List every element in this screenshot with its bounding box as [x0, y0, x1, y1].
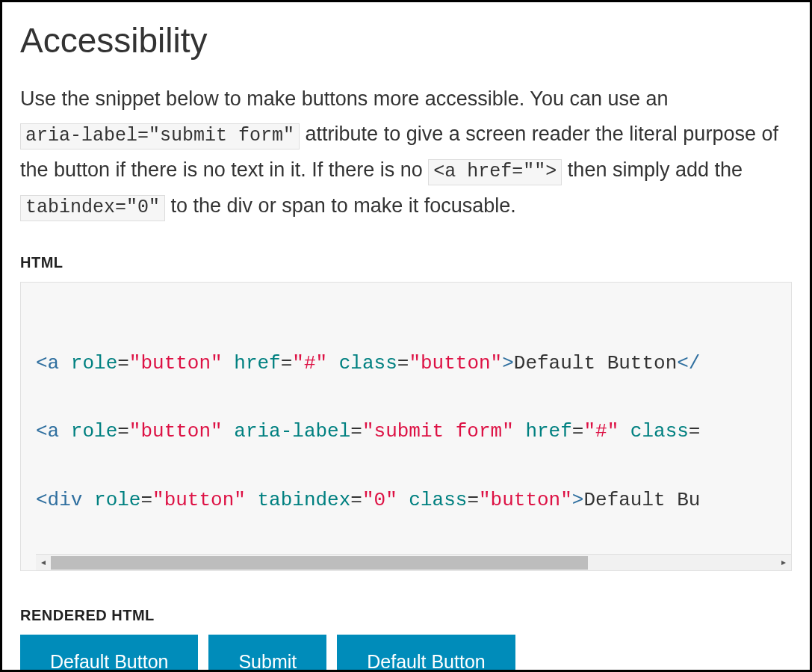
tok — [223, 420, 235, 443]
tok — [59, 420, 71, 443]
code-content: <a role="button" href="#" class="button"… — [36, 309, 791, 554]
tok: "button" — [129, 352, 223, 374]
tok — [223, 352, 235, 374]
default-button[interactable]: Default Button — [337, 635, 515, 672]
tok: = — [467, 489, 479, 511]
default-button[interactable]: Default Button — [20, 635, 198, 672]
tok: </ — [677, 352, 700, 374]
intro-text: to the div or span to make it focusable. — [171, 194, 516, 217]
tok: > — [572, 489, 584, 511]
tok: = — [281, 352, 293, 374]
inline-code-tabindex: tabindex="0" — [20, 195, 165, 221]
horizontal-scrollbar[interactable]: ◂ ▸ — [36, 554, 791, 570]
inline-code-aria-label: aria-label="submit form" — [20, 123, 300, 149]
tok: = — [140, 489, 152, 511]
section-label-html: HTML — [20, 254, 792, 271]
intro-paragraph: Use the snippet below to make buttons mo… — [20, 81, 792, 224]
tok: role — [94, 489, 140, 511]
tok: = — [689, 420, 701, 443]
tok — [82, 489, 94, 511]
tok: div — [48, 489, 83, 511]
tok: "button" — [409, 352, 502, 374]
tok: "#" — [292, 352, 327, 374]
tok: = — [350, 489, 362, 511]
tok: "button" — [129, 420, 223, 443]
tok: = — [397, 352, 409, 374]
tok: "button" — [152, 489, 246, 511]
tok: < — [36, 420, 48, 443]
tok: class — [339, 352, 397, 374]
tok — [327, 352, 339, 374]
tok: aria-label — [234, 420, 350, 443]
tok: role — [71, 420, 117, 443]
tok: < — [36, 489, 48, 511]
tok: < — [36, 352, 48, 374]
tok: "0" — [362, 489, 397, 511]
doc-frame: Accessibility Use the snippet below to m… — [0, 0, 812, 672]
tok — [619, 420, 630, 443]
tok: = — [350, 420, 362, 443]
scrollbar-thumb[interactable] — [51, 556, 588, 570]
tok: role — [71, 352, 117, 374]
tok: class — [630, 420, 689, 443]
inline-code-anchor: <a href=""> — [428, 159, 562, 185]
scroll-right-icon[interactable]: ▸ — [776, 557, 791, 567]
tok: "submit form" — [362, 420, 514, 443]
tok — [514, 420, 526, 443]
tok: a — [48, 420, 60, 443]
tok: href — [234, 352, 280, 374]
page-title: Accessibility — [20, 20, 792, 61]
tok: Default Bu — [583, 489, 700, 511]
tok: = — [117, 352, 129, 374]
tok — [397, 489, 409, 511]
tok — [59, 352, 71, 374]
tok: Default Button — [514, 352, 677, 374]
intro-text: then simply add the — [568, 158, 743, 181]
submit-button[interactable]: Submit — [208, 635, 326, 672]
scroll-left-icon[interactable]: ◂ — [36, 557, 51, 567]
tok: tabindex — [258, 489, 351, 511]
tok: class — [409, 489, 467, 511]
tok: = — [117, 420, 129, 443]
tok: "button" — [479, 489, 572, 511]
code-block: <a role="button" href="#" class="button"… — [20, 282, 792, 571]
tok: "#" — [583, 420, 619, 443]
intro-text: Use the snippet below to make buttons mo… — [20, 87, 669, 110]
tok — [246, 489, 258, 511]
section-label-rendered: RENDERED HTML — [20, 607, 792, 624]
code-line: <div role="button" tabindex="0" class="b… — [36, 487, 791, 515]
tok: a — [48, 352, 60, 374]
rendered-buttons-row: Default Button Submit Default Button — [20, 635, 792, 672]
scrollbar-track[interactable] — [51, 555, 776, 570]
tok: href — [525, 420, 571, 443]
code-line: <a role="button" href="#" class="button"… — [36, 350, 791, 378]
tok: = — [572, 420, 584, 443]
code-line: <a role="button" aria-label="submit form… — [36, 418, 791, 446]
tok: > — [502, 352, 514, 374]
